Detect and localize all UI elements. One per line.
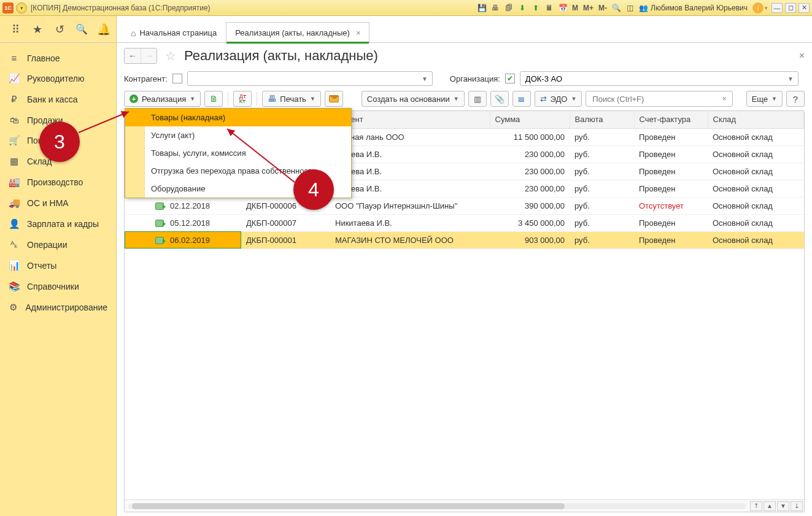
- apps-icon[interactable]: ⠿: [9, 23, 22, 36]
- sidebar-item-0[interactable]: ≡Главное: [0, 48, 116, 68]
- favorite-star-icon[interactable]: ☆: [163, 48, 178, 63]
- cell: Проведен: [634, 231, 708, 248]
- sidebar-item-11[interactable]: 📚Справочники: [0, 276, 116, 297]
- kontragent-combo[interactable]: ▼: [187, 71, 433, 86]
- filter-row: Контрагент: ▼ Организация: ▼: [124, 71, 805, 86]
- edo-button[interactable]: ЭДО ▼: [535, 91, 582, 107]
- tab-realizatsiya[interactable]: Реализация (акты, накладные) ×: [226, 22, 369, 43]
- kontragent-input[interactable]: [191, 74, 420, 84]
- grid-up-button[interactable]: ▲: [764, 501, 776, 511]
- create-based-button[interactable]: Создать на основании ▼: [362, 91, 465, 107]
- mail-button[interactable]: [325, 91, 343, 107]
- info-icon[interactable]: i: [752, 2, 764, 13]
- cell: шебная лань ООО: [330, 128, 490, 145]
- dropdown-item-0[interactable]: Товары (накладная): [125, 109, 351, 126]
- print-icon[interactable]: 🖶: [490, 2, 501, 13]
- dropdown-item-1[interactable]: Услуги (акт): [125, 126, 351, 144]
- column-header[interactable]: Сумма: [490, 111, 570, 128]
- cell: руб.: [570, 180, 634, 197]
- org-input[interactable]: [524, 74, 786, 84]
- kontragent-checkbox[interactable]: [172, 74, 182, 83]
- table-row[interactable]: 06.02.2019ДКБП-000001МАГАЗИН СТО МЕЛОЧЕЙ…: [125, 231, 804, 248]
- column-header[interactable]: Счет-фактура: [634, 111, 708, 128]
- nav-forward-button[interactable]: →: [141, 48, 157, 63]
- table-row[interactable]: 02.12.2018ДКБП-000006ООО "Пауэр Интернэш…: [125, 197, 804, 214]
- search-clear-icon[interactable]: ×: [719, 94, 730, 103]
- m-plus-button[interactable]: M+: [582, 2, 595, 13]
- column-header[interactable]: трагент: [330, 111, 490, 128]
- cell: 3 450 000,00: [490, 214, 570, 231]
- chevron-down-icon[interactable]: ▼: [420, 75, 430, 82]
- grid-first-button[interactable]: ⤒: [750, 501, 762, 511]
- save-icon[interactable]: 💾: [476, 2, 487, 13]
- search-input[interactable]: [591, 94, 719, 104]
- attach-button[interactable]: [490, 91, 509, 107]
- sidebar-item-10[interactable]: 📊Отчеты: [0, 255, 116, 276]
- m-button[interactable]: M: [571, 2, 579, 13]
- search-icon[interactable]: 🔍: [75, 23, 88, 36]
- export-icon[interactable]: ⬆: [530, 2, 541, 13]
- notifications-icon[interactable]: 🔔: [97, 23, 110, 36]
- org-checkbox[interactable]: [505, 74, 515, 83]
- sidebar-item-1[interactable]: 📈Руководителю: [0, 68, 116, 89]
- calendar-icon[interactable]: 📅: [557, 2, 568, 13]
- column-header[interactable]: Склад: [708, 111, 804, 128]
- sidebar-item-6[interactable]: 🏭Производство: [0, 172, 116, 193]
- cell: руб.: [570, 163, 634, 180]
- more-button[interactable]: Еще ▼: [746, 91, 783, 107]
- document-refresh-icon: [209, 94, 218, 104]
- dtkt-button[interactable]: ДᴛКᴛ: [233, 91, 252, 107]
- print-button[interactable]: 🖶 Печать ▼: [262, 91, 321, 107]
- nav-back-button[interactable]: ←: [125, 48, 141, 63]
- cell: Проведен: [634, 180, 708, 197]
- refresh-button[interactable]: [204, 91, 223, 107]
- zoom-icon[interactable]: 🔍: [611, 2, 622, 13]
- more-label: Еще: [752, 94, 768, 104]
- column-header[interactable]: Валюта: [570, 111, 634, 128]
- grid-last-button[interactable]: ⤓: [791, 501, 803, 511]
- chevron-down-icon[interactable]: ▼: [786, 75, 795, 82]
- sidebar-icon: 🛒: [9, 135, 20, 146]
- sidebar-item-9[interactable]: ᴬₖОперации: [0, 234, 116, 255]
- panels-icon[interactable]: ◫: [624, 2, 635, 13]
- sidebar-label: Производство: [27, 177, 83, 187]
- preview-icon[interactable]: 🗐: [503, 2, 514, 13]
- sidebar-item-7[interactable]: 🚚ОС и НМА: [0, 193, 116, 214]
- titlebar-menu-button[interactable]: ▾: [16, 2, 27, 13]
- related-button[interactable]: [468, 91, 487, 107]
- close-window-button[interactable]: ✕: [798, 3, 810, 13]
- sidebar-item-12[interactable]: ⚙Администрирование: [0, 297, 116, 318]
- m-minus-button[interactable]: M-: [597, 2, 608, 13]
- sidebar-icon: ▦: [9, 156, 20, 167]
- history-icon[interactable]: ↺: [53, 23, 66, 36]
- realizatsiya-button[interactable]: + Реализация ▼ Товары (накладная)Услуги …: [124, 91, 201, 107]
- user-block[interactable]: 👥 Любимов Валерий Юрьевич: [639, 4, 748, 12]
- sidebar-item-8[interactable]: 👤Зарплата и кадры: [0, 214, 116, 234]
- dropdown-item-2[interactable]: Товары, услуги, комиссия: [125, 144, 351, 162]
- plus-icon: +: [130, 94, 138, 103]
- appbar-left-icons: ⠿ ★ ↺ 🔍 🔔: [0, 16, 117, 42]
- grid-down-button[interactable]: ▼: [777, 501, 789, 511]
- horizontal-scrollbar[interactable]: [128, 503, 746, 509]
- maximize-button[interactable]: ◻: [785, 3, 796, 13]
- help-button[interactable]: ?: [786, 91, 805, 107]
- favorite-icon[interactable]: ★: [31, 23, 44, 36]
- list-mode-button[interactable]: [512, 91, 531, 107]
- list-icon: [517, 93, 525, 104]
- minimize-button[interactable]: —: [771, 3, 783, 13]
- tab-home[interactable]: ⌂ Начальная страница: [122, 22, 226, 43]
- calculator-icon[interactable]: 🖩: [544, 2, 555, 13]
- cell: руб.: [570, 128, 634, 145]
- info-dropdown[interactable]: ▾: [765, 5, 768, 11]
- compare-icon[interactable]: ⬇: [517, 2, 528, 13]
- org-combo[interactable]: ▼: [520, 71, 798, 86]
- search-box[interactable]: ×: [586, 91, 733, 107]
- table-row[interactable]: 05.12.2018ДКБП-000007Никитаева И.В.3 450…: [125, 214, 804, 231]
- cell: Проведен: [634, 145, 708, 163]
- titlebar: 1C ▾ [КОПИЯ] Демонстрационная база (1С:П…: [0, 0, 812, 16]
- cell: Отсутствует: [634, 197, 708, 214]
- page-close-button[interactable]: ×: [799, 50, 805, 61]
- tab-close-icon[interactable]: ×: [356, 28, 361, 37]
- sidebar-item-2[interactable]: ₽Банк и касса: [0, 89, 116, 110]
- user-icon: 👥: [639, 4, 648, 12]
